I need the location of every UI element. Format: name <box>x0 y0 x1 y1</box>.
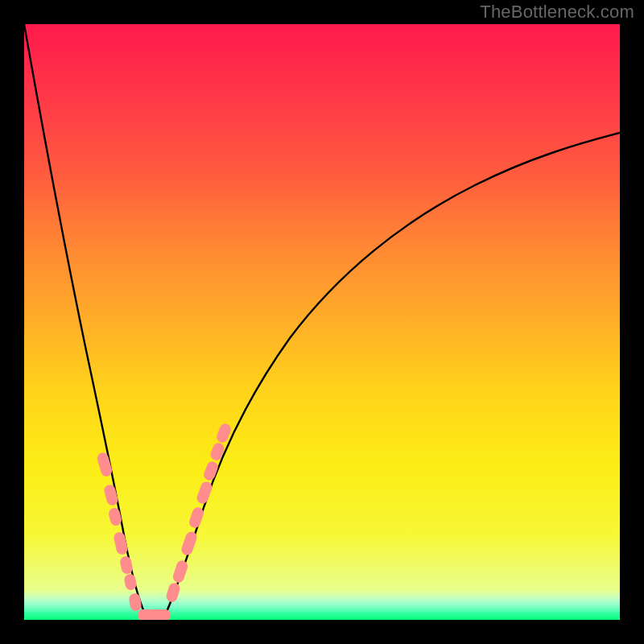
svg-rect-7 <box>165 581 181 603</box>
svg-rect-13 <box>209 441 226 462</box>
svg-rect-8 <box>171 559 189 584</box>
chart-frame: TheBottleneck.com <box>0 0 644 644</box>
curve-overlay <box>24 24 620 620</box>
svg-rect-9 <box>180 530 198 557</box>
markers-right <box>165 422 233 603</box>
svg-rect-11 <box>196 480 214 505</box>
svg-rect-6 <box>128 592 142 612</box>
watermark-text: TheBottleneck.com <box>480 2 634 23</box>
curve-right-branch <box>166 133 620 613</box>
markers-left <box>96 452 142 612</box>
svg-rect-2 <box>108 507 123 527</box>
curve-left-branch <box>24 24 145 613</box>
svg-rect-1 <box>103 484 119 507</box>
svg-rect-3 <box>113 531 129 555</box>
plot-area <box>24 24 620 620</box>
